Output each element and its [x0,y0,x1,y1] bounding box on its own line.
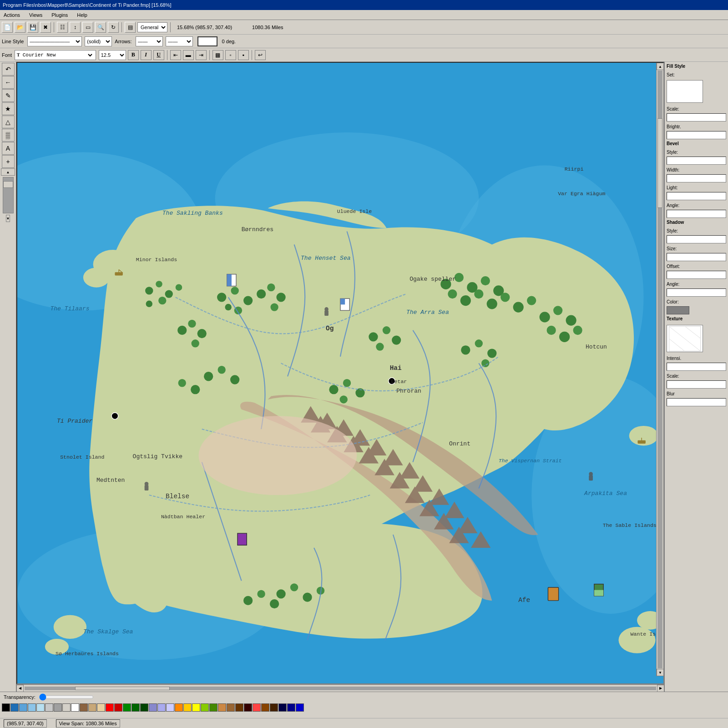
blur-input[interactable] [667,398,726,406]
swatch-black[interactable] [2,703,10,712]
vscroll-up-btn[interactable]: ▲ [657,63,663,70]
color-box[interactable] [197,36,217,46]
align-right-btn[interactable]: ⇥ [196,50,207,60]
v-scrollbar[interactable]: ▲ ▼ [656,63,663,676]
new-btn[interactable]: 📄 [2,22,13,33]
angle-input[interactable] [667,210,726,218]
underline-btn[interactable]: U [153,50,164,60]
shadow-angle-input[interactable] [667,288,726,297]
bevel-style-input[interactable] [667,157,726,165]
shadow-size-input[interactable] [667,253,726,261]
layers-btn[interactable]: ▤ [125,22,136,33]
align-center-btn[interactable]: ▬ [183,50,194,60]
swatch-navy3[interactable] [296,703,304,712]
swatch-brown5[interactable] [261,703,269,712]
swatch-blue1[interactable] [10,703,19,712]
swatch-brown1[interactable] [80,703,88,712]
swatch-navy2[interactable] [287,703,295,712]
swatch-red2[interactable] [114,703,122,712]
hscroll-right-btn[interactable]: ▶ [657,685,664,692]
undo-btn[interactable]: ↩ [255,50,266,60]
swatch-brown6[interactable] [270,703,278,712]
scale-input[interactable] [667,113,726,121]
tool-zoom-in[interactable]: + [2,155,15,168]
move-btn[interactable]: ↕ [70,22,81,33]
scroll-up[interactable]: ▲ [1,168,15,176]
swatch-tan2[interactable] [97,703,105,712]
swatch-gray1[interactable] [45,703,53,712]
swatch-red1[interactable] [106,703,114,712]
close-btn[interactable]: ✖ [40,22,51,33]
shadow-offset-input[interactable] [667,271,726,279]
menu-plugins[interactable]: Plugins [50,12,70,18]
v-scroll-track[interactable] [3,177,14,213]
swatch-green1[interactable] [123,703,131,712]
tool-select[interactable]: ↶ [2,63,15,76]
swatch-purple3[interactable] [166,703,174,712]
refresh-btn[interactable]: ↻ [108,22,119,33]
tool-pen[interactable]: ✎ [2,89,15,102]
font-select[interactable]: Courier New [21,51,94,60]
grid-btn[interactable]: ☷ [57,22,68,33]
swatch-brown4[interactable] [235,703,243,712]
align-left-btn[interactable]: ⇤ [170,50,181,60]
swatch-brown2[interactable] [218,703,226,712]
swatch-green3[interactable] [140,703,148,712]
swatch-pink[interactable] [253,703,261,712]
menu-actions[interactable]: Actions [2,12,22,18]
tool-polygon[interactable]: △ [2,116,15,128]
swatch-gray3[interactable] [62,703,71,712]
shadow-color-box[interactable] [667,306,689,314]
zoom-btn[interactable]: 🔍 [95,22,106,33]
swatch-blue3[interactable] [28,703,36,712]
text-style1-btn[interactable]: ▩ [212,50,223,60]
swatch-purple1[interactable] [149,703,157,712]
open-btn[interactable]: 📂 [15,22,25,33]
swatch-orange1[interactable] [175,703,183,712]
swatch-yellow1[interactable] [183,703,192,712]
text-style2-btn[interactable]: ▫ [225,50,236,60]
fill-preview[interactable] [667,80,703,103]
swatch-yellow2[interactable] [192,703,200,712]
scale2-input[interactable] [667,380,726,389]
swatch-blue2[interactable] [19,703,27,712]
swatch-green2[interactable] [131,703,140,712]
scroll-up-btn[interactable]: ▲ [1,168,15,176]
texture-preview[interactable] [667,325,703,352]
italic-btn[interactable]: I [141,50,152,60]
swatch-brown3[interactable] [227,703,235,712]
solid-select[interactable]: (solid) [85,36,112,46]
swatch-navy1[interactable] [278,703,287,712]
scroll-down-btn[interactable]: ▼ [6,215,10,222]
swatch-blue4[interactable] [36,703,45,712]
swatch-tan1[interactable] [88,703,96,712]
swatch-purple2[interactable] [157,703,166,712]
text-style3-btn[interactable]: ▪ [238,50,249,60]
tool-brush[interactable]: ★ [2,102,15,115]
intensity-input[interactable] [667,363,726,371]
bold-btn[interactable]: B [128,50,139,60]
swatch-gray2[interactable] [54,703,62,712]
font-size-select[interactable]: 12.5 [99,50,126,60]
swatch-white[interactable] [71,703,79,712]
width-input[interactable] [667,174,726,182]
light-input[interactable] [667,192,726,200]
menu-views[interactable]: Views [27,12,44,18]
arrow-end-select[interactable]: —— [166,36,193,46]
hscroll-left-btn[interactable]: ◀ [16,685,24,692]
tool-fill[interactable]: ▒ [2,129,15,142]
swatch-darkred[interactable] [244,703,252,712]
arrow-start-select[interactable]: —— [136,36,163,46]
h-scrollbar[interactable]: ◀ ▶ [16,684,664,692]
shadow-style-input[interactable] [667,235,726,243]
vscroll-down-btn[interactable]: ▼ [657,669,663,676]
tool-text[interactable]: A [2,142,15,155]
page-btn[interactable]: ▭ [82,22,93,33]
line-style-select[interactable]: ———————— [27,36,82,46]
tool-arrow[interactable]: ← [2,76,15,89]
transparency-slider[interactable] [39,694,94,700]
down-arrow[interactable]: ▼ [6,215,10,222]
swatch-lime2[interactable] [209,703,217,712]
map-canvas[interactable]: The Sakling Banks The Henset Sea The Arr… [16,62,664,684]
brightness-input[interactable] [667,131,726,139]
